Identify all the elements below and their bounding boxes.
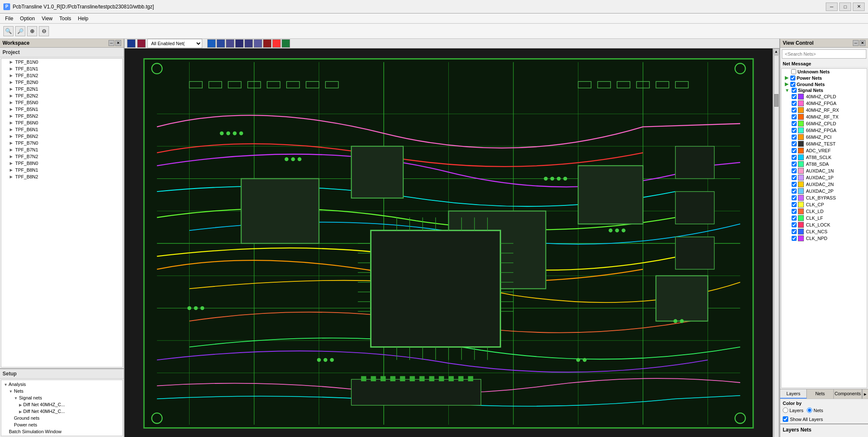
setup-tree-item[interactable]: ▶ Diff Net 40MHZ_C...: [2, 408, 122, 415]
net-tree-item[interactable]: 40MHZ_RF_RX: [781, 107, 867, 113]
setup-tree-item[interactable]: ▼ Signal nets: [2, 394, 122, 401]
pcb-canvas[interactable]: [125, 49, 773, 437]
menu-option[interactable]: Option: [16, 15, 38, 22]
swatch-7[interactable]: [263, 39, 271, 48]
swatch-4[interactable]: [235, 39, 244, 48]
net-tree-item[interactable]: CLK_LD: [781, 208, 867, 215]
net-tree-item[interactable]: AUXDAC_1N: [781, 167, 867, 174]
tab-nets[interactable]: Nets: [807, 389, 833, 399]
color-by-layers-option[interactable]: Layers: [783, 407, 803, 413]
setup-tree-item[interactable]: ▼ Analysis: [2, 381, 122, 388]
net-tree-item[interactable]: AT88_SCLK: [781, 154, 867, 161]
net-tree-section[interactable]: ▼Signal Nets: [781, 87, 867, 93]
project-tree-item[interactable]: ▶TPF_B5N0: [1, 99, 122, 106]
project-tree-item[interactable]: ▶TPF_B6N1: [1, 126, 122, 133]
net-tree-item[interactable]: CLK_BYPASS: [781, 194, 867, 201]
zoom-out-button[interactable]: 🔍: [15, 26, 25, 36]
net-select[interactable]: All Enabled Net(Signal NetsPower NetsGro…: [147, 39, 202, 48]
swatch-2[interactable]: [217, 39, 225, 48]
svg-rect-95: [675, 146, 714, 179]
net-tree-item[interactable]: 66MHZ_PCI: [781, 134, 867, 140]
net-tree-item[interactable]: 40MHZ_FPGA: [781, 100, 867, 107]
project-tree-item[interactable]: ▶TPF_B6N2: [1, 133, 122, 140]
color-btn-2[interactable]: [137, 39, 146, 48]
net-tree-item[interactable]: CLK_LOCK: [781, 221, 867, 228]
setup-tree-item[interactable]: Batch Simulation Window: [2, 428, 122, 435]
color-by-nets-radio[interactable]: [807, 407, 812, 413]
zoom-actual-button[interactable]: ⊖: [39, 26, 49, 36]
project-tree-item[interactable]: ▶TPF_B1N0: [1, 59, 122, 65]
project-tree-item[interactable]: ▶TPF_B6N0: [1, 119, 122, 126]
maximize-button[interactable]: □: [839, 3, 851, 11]
color-by-section: Color by Layers Nets: [780, 399, 868, 415]
net-tree[interactable]: Unknown Nets▶Power Nets▶Ground Nets▼Sign…: [781, 68, 867, 388]
net-tree-item[interactable]: AUXDAC_2P: [781, 188, 867, 194]
net-tree-item[interactable]: AT88_SDA: [781, 161, 867, 167]
minimize-button[interactable]: ─: [826, 3, 838, 11]
net-tree-item[interactable]: 66MHZ_FPGA: [781, 127, 867, 134]
setup-tree-item[interactable]: Ground nets: [2, 415, 122, 421]
project-tree-item[interactable]: ▶TPF_B2N0: [1, 79, 122, 86]
scroll-v-thumb[interactable]: [774, 94, 778, 107]
view-control-minimize-btn[interactable]: ─: [853, 40, 859, 46]
menu-view[interactable]: View: [38, 15, 56, 22]
net-tree-item[interactable]: 40MHZ_RF_TX: [781, 113, 867, 120]
project-tree-item[interactable]: ▶TPF_B2N1: [1, 86, 122, 92]
project-tree-item[interactable]: ▶TPF_B7N2: [1, 153, 122, 160]
net-tree-item[interactable]: CLK_NPD: [781, 235, 867, 242]
project-tree-item[interactable]: ▶TPF_B5N1: [1, 106, 122, 113]
net-tree-item[interactable]: 66MHZ_TEST: [781, 140, 867, 147]
workspace-close-btn[interactable]: ✕: [115, 40, 121, 46]
net-tree-item[interactable]: CLK_NCS: [781, 228, 867, 235]
swatch-1[interactable]: [207, 39, 216, 48]
vertical-scrollbar[interactable]: ▲ ▼: [773, 49, 779, 437]
net-tree-section[interactable]: Unknown Nets: [781, 69, 867, 75]
project-tree[interactable]: ▶TPF_B1N0▶TPF_B1N1▶TPF_B1N2▶TPF_B2N0▶TPF…: [1, 58, 123, 367]
menu-file[interactable]: File: [2, 15, 16, 22]
menu-help[interactable]: Help: [75, 15, 92, 22]
net-tree-item[interactable]: CLK_CP: [781, 201, 867, 208]
scroll-up-arrow[interactable]: ▲: [773, 49, 779, 54]
net-tree-section[interactable]: ▶Ground Nets: [781, 81, 867, 87]
net-tree-item[interactable]: ADC_VREF: [781, 147, 867, 154]
project-tree-item[interactable]: ▶TPF_B5N2: [1, 113, 122, 119]
net-tree-section[interactable]: ▶Power Nets: [781, 75, 867, 81]
swatch-5[interactable]: [244, 39, 253, 48]
net-tree-item[interactable]: AUXDAC_1P: [781, 174, 867, 181]
net-tree-item[interactable]: 40MHZ_CPLD: [781, 93, 867, 100]
net-tree-item[interactable]: 66MHZ_CPLD: [781, 120, 867, 127]
tab-layers[interactable]: Layers: [780, 389, 807, 399]
workspace-minimize-btn[interactable]: ─: [108, 40, 114, 46]
project-tree-item[interactable]: ▶TPF_B8N1: [1, 167, 122, 173]
swatch-6[interactable]: [254, 39, 262, 48]
tab-components[interactable]: Components: [834, 389, 862, 399]
setup-tree-item[interactable]: Power nets: [2, 421, 122, 428]
svg-point-71: [673, 319, 677, 323]
show-all-layers-checkbox[interactable]: [783, 416, 788, 422]
project-tree-item[interactable]: ▶TPF_B8N0: [1, 160, 122, 167]
zoom-fit-button[interactable]: ⊕: [27, 26, 37, 36]
project-tree-item[interactable]: ▶TPF_B8N2: [1, 173, 122, 180]
project-tree-item[interactable]: ▶TPF_B7N0: [1, 140, 122, 146]
setup-tree-item[interactable]: ▶ Diff Net 40MHZ_C...: [2, 401, 122, 408]
scroll-v-track[interactable]: [774, 55, 779, 437]
color-by-nets-option[interactable]: Nets: [807, 407, 823, 413]
zoom-in-button[interactable]: 🔍: [3, 26, 14, 36]
color-btn-1[interactable]: [127, 39, 136, 48]
net-search-input[interactable]: [782, 49, 866, 59]
swatch-3[interactable]: [226, 39, 234, 48]
project-tree-item[interactable]: ▶TPF_B1N2: [1, 72, 122, 79]
color-by-layers-radio[interactable]: [783, 407, 788, 413]
setup-tree-item[interactable]: ▼ Nets: [2, 388, 122, 394]
project-tree-item[interactable]: ▶TPF_B7N1: [1, 146, 122, 153]
swatch-9[interactable]: [282, 39, 290, 48]
view-control-close-btn[interactable]: ✕: [860, 40, 865, 46]
expand-tabs-btn[interactable]: ►: [862, 389, 868, 399]
close-button[interactable]: ✕: [853, 3, 865, 11]
net-tree-item[interactable]: AUXDAC_2N: [781, 181, 867, 188]
swatch-8[interactable]: [272, 39, 281, 48]
project-tree-item[interactable]: ▶TPF_B1N1: [1, 65, 122, 72]
net-tree-item[interactable]: CLK_LF: [781, 215, 867, 221]
project-tree-item[interactable]: ▶TPF_B2N2: [1, 92, 122, 99]
menu-tools[interactable]: Tools: [56, 15, 75, 22]
